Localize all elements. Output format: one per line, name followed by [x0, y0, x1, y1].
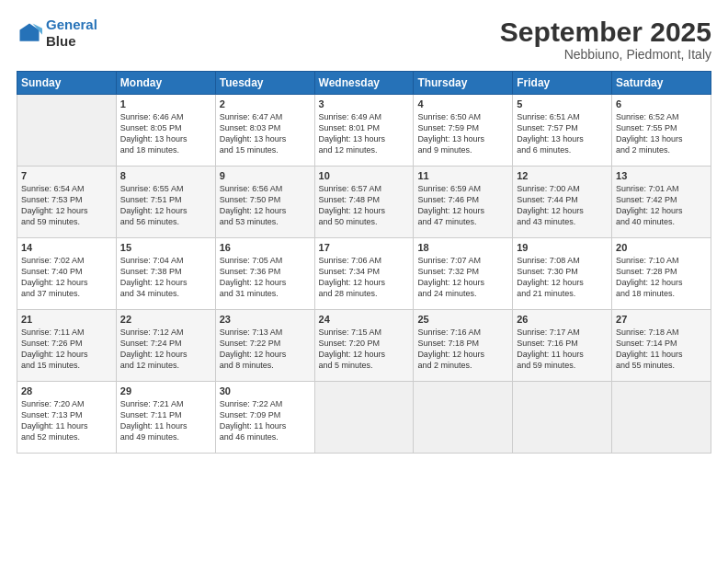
calendar-cell: 23Sunrise: 7:13 AM Sunset: 7:22 PM Dayli… — [215, 310, 314, 382]
day-number: 24 — [319, 314, 410, 325]
calendar-cell: 29Sunrise: 7:21 AM Sunset: 7:11 PM Dayli… — [116, 382, 215, 454]
day-number: 6 — [616, 98, 707, 109]
cell-content: Sunrise: 7:02 AM Sunset: 7:40 PM Dayligh… — [21, 255, 112, 300]
weekday-header: Saturday — [612, 72, 711, 95]
cell-content: Sunrise: 7:12 AM Sunset: 7:24 PM Dayligh… — [120, 327, 211, 372]
calendar-cell: 12Sunrise: 7:00 AM Sunset: 7:44 PM Dayli… — [513, 167, 612, 238]
calendar-cell: 10Sunrise: 6:57 AM Sunset: 7:48 PM Dayli… — [314, 167, 414, 238]
calendar-cell: 1Sunrise: 6:46 AM Sunset: 8:05 PM Daylig… — [116, 95, 215, 167]
calendar-cell: 15Sunrise: 7:04 AM Sunset: 7:38 PM Dayli… — [116, 238, 215, 310]
cell-content: Sunrise: 7:17 AM Sunset: 7:16 PM Dayligh… — [517, 327, 608, 372]
calendar-cell — [612, 382, 711, 454]
weekday-header: Sunday — [17, 72, 117, 95]
calendar-week-row: 21Sunrise: 7:11 AM Sunset: 7:26 PM Dayli… — [17, 310, 711, 382]
calendar-cell: 5Sunrise: 6:51 AM Sunset: 7:57 PM Daylig… — [513, 95, 612, 167]
day-number: 8 — [120, 170, 211, 181]
logo-text: General Blue — [46, 17, 97, 50]
title-block: September 2025 Nebbiuno, Piedmont, Italy — [500, 17, 711, 62]
location: Nebbiuno, Piedmont, Italy — [500, 47, 711, 62]
page: General Blue September 2025 Nebbiuno, Pi… — [0, 0, 728, 563]
calendar-week-row: 1Sunrise: 6:46 AM Sunset: 8:05 PM Daylig… — [17, 95, 711, 167]
weekday-header: Thursday — [414, 72, 513, 95]
calendar-cell: 9Sunrise: 6:56 AM Sunset: 7:50 PM Daylig… — [215, 167, 314, 238]
day-number: 27 — [616, 314, 707, 325]
cell-content: Sunrise: 7:06 AM Sunset: 7:34 PM Dayligh… — [319, 255, 410, 300]
cell-content: Sunrise: 6:57 AM Sunset: 7:48 PM Dayligh… — [319, 183, 410, 228]
day-number: 29 — [120, 385, 211, 396]
cell-content: Sunrise: 6:46 AM Sunset: 8:05 PM Dayligh… — [120, 111, 211, 156]
day-number: 22 — [120, 314, 211, 325]
weekday-header: Monday — [116, 72, 215, 95]
calendar-cell: 3Sunrise: 6:49 AM Sunset: 8:01 PM Daylig… — [314, 95, 414, 167]
calendar-cell: 6Sunrise: 6:52 AM Sunset: 7:55 PM Daylig… — [612, 95, 711, 167]
cell-content: Sunrise: 7:15 AM Sunset: 7:20 PM Dayligh… — [319, 327, 410, 372]
day-number: 4 — [417, 98, 508, 109]
cell-content: Sunrise: 7:21 AM Sunset: 7:11 PM Dayligh… — [120, 398, 211, 443]
day-number: 1 — [120, 98, 211, 109]
cell-content: Sunrise: 6:54 AM Sunset: 7:53 PM Dayligh… — [21, 183, 112, 228]
header: General Blue September 2025 Nebbiuno, Pi… — [17, 17, 711, 62]
calendar-cell: 17Sunrise: 7:06 AM Sunset: 7:34 PM Dayli… — [314, 238, 414, 310]
day-number: 3 — [319, 98, 410, 109]
calendar-cell: 16Sunrise: 7:05 AM Sunset: 7:36 PM Dayli… — [215, 238, 314, 310]
day-number: 16 — [220, 242, 311, 253]
day-number: 14 — [21, 242, 112, 253]
calendar-cell: 11Sunrise: 6:59 AM Sunset: 7:46 PM Dayli… — [414, 167, 513, 238]
calendar-cell: 27Sunrise: 7:18 AM Sunset: 7:14 PM Dayli… — [612, 310, 711, 382]
day-number: 17 — [319, 242, 410, 253]
cell-content: Sunrise: 7:08 AM Sunset: 7:30 PM Dayligh… — [517, 255, 608, 300]
day-number: 12 — [517, 170, 608, 181]
calendar-week-row: 7Sunrise: 6:54 AM Sunset: 7:53 PM Daylig… — [17, 167, 711, 238]
day-number: 23 — [220, 314, 311, 325]
calendar-cell: 20Sunrise: 7:10 AM Sunset: 7:28 PM Dayli… — [612, 238, 711, 310]
calendar-week-row: 28Sunrise: 7:20 AM Sunset: 7:13 PM Dayli… — [17, 382, 711, 454]
calendar-cell: 4Sunrise: 6:50 AM Sunset: 7:59 PM Daylig… — [414, 95, 513, 167]
calendar-cell: 22Sunrise: 7:12 AM Sunset: 7:24 PM Dayli… — [116, 310, 215, 382]
day-number: 10 — [319, 170, 410, 181]
logo: General Blue — [17, 17, 97, 50]
calendar-cell: 25Sunrise: 7:16 AM Sunset: 7:18 PM Dayli… — [414, 310, 513, 382]
calendar-cell: 7Sunrise: 6:54 AM Sunset: 7:53 PM Daylig… — [17, 167, 117, 238]
weekday-header: Friday — [513, 72, 612, 95]
day-number: 7 — [21, 170, 112, 181]
calendar-cell: 30Sunrise: 7:22 AM Sunset: 7:09 PM Dayli… — [215, 382, 314, 454]
day-number: 2 — [220, 98, 311, 109]
cell-content: Sunrise: 7:10 AM Sunset: 7:28 PM Dayligh… — [616, 255, 707, 300]
day-number: 19 — [517, 242, 608, 253]
day-number: 21 — [21, 314, 112, 325]
weekday-header: Wednesday — [314, 72, 414, 95]
day-number: 28 — [21, 385, 112, 396]
cell-content: Sunrise: 7:00 AM Sunset: 7:44 PM Dayligh… — [517, 183, 608, 228]
cell-content: Sunrise: 7:20 AM Sunset: 7:13 PM Dayligh… — [21, 398, 112, 443]
cell-content: Sunrise: 7:11 AM Sunset: 7:26 PM Dayligh… — [21, 327, 112, 372]
calendar-cell: 19Sunrise: 7:08 AM Sunset: 7:30 PM Dayli… — [513, 238, 612, 310]
cell-content: Sunrise: 7:16 AM Sunset: 7:18 PM Dayligh… — [417, 327, 508, 372]
cell-content: Sunrise: 6:47 AM Sunset: 8:03 PM Dayligh… — [220, 111, 311, 156]
weekday-header-row: SundayMondayTuesdayWednesdayThursdayFrid… — [17, 72, 711, 95]
calendar-cell: 18Sunrise: 7:07 AM Sunset: 7:32 PM Dayli… — [414, 238, 513, 310]
cell-content: Sunrise: 6:49 AM Sunset: 8:01 PM Dayligh… — [319, 111, 410, 156]
cell-content: Sunrise: 6:51 AM Sunset: 7:57 PM Dayligh… — [517, 111, 608, 156]
cell-content: Sunrise: 7:22 AM Sunset: 7:09 PM Dayligh… — [220, 398, 311, 443]
calendar-cell: 14Sunrise: 7:02 AM Sunset: 7:40 PM Dayli… — [17, 238, 117, 310]
month-title: September 2025 — [500, 17, 711, 47]
day-number: 25 — [417, 314, 508, 325]
day-number: 18 — [417, 242, 508, 253]
cell-content: Sunrise: 6:56 AM Sunset: 7:50 PM Dayligh… — [220, 183, 311, 228]
cell-content: Sunrise: 7:18 AM Sunset: 7:14 PM Dayligh… — [616, 327, 707, 372]
cell-content: Sunrise: 7:01 AM Sunset: 7:42 PM Dayligh… — [616, 183, 707, 228]
calendar-cell: 24Sunrise: 7:15 AM Sunset: 7:20 PM Dayli… — [314, 310, 414, 382]
day-number: 20 — [616, 242, 707, 253]
calendar-cell: 21Sunrise: 7:11 AM Sunset: 7:26 PM Dayli… — [17, 310, 117, 382]
cell-content: Sunrise: 7:05 AM Sunset: 7:36 PM Dayligh… — [220, 255, 311, 300]
cell-content: Sunrise: 7:13 AM Sunset: 7:22 PM Dayligh… — [220, 327, 311, 372]
calendar-cell: 8Sunrise: 6:55 AM Sunset: 7:51 PM Daylig… — [116, 167, 215, 238]
cell-content: Sunrise: 7:07 AM Sunset: 7:32 PM Dayligh… — [417, 255, 508, 300]
cell-content: Sunrise: 6:55 AM Sunset: 7:51 PM Dayligh… — [120, 183, 211, 228]
calendar-cell: 13Sunrise: 7:01 AM Sunset: 7:42 PM Dayli… — [612, 167, 711, 238]
calendar-cell — [17, 95, 117, 167]
day-number: 11 — [417, 170, 508, 181]
cell-content: Sunrise: 6:52 AM Sunset: 7:55 PM Dayligh… — [616, 111, 707, 156]
calendar-cell: 2Sunrise: 6:47 AM Sunset: 8:03 PM Daylig… — [215, 95, 314, 167]
calendar-cell — [414, 382, 513, 454]
